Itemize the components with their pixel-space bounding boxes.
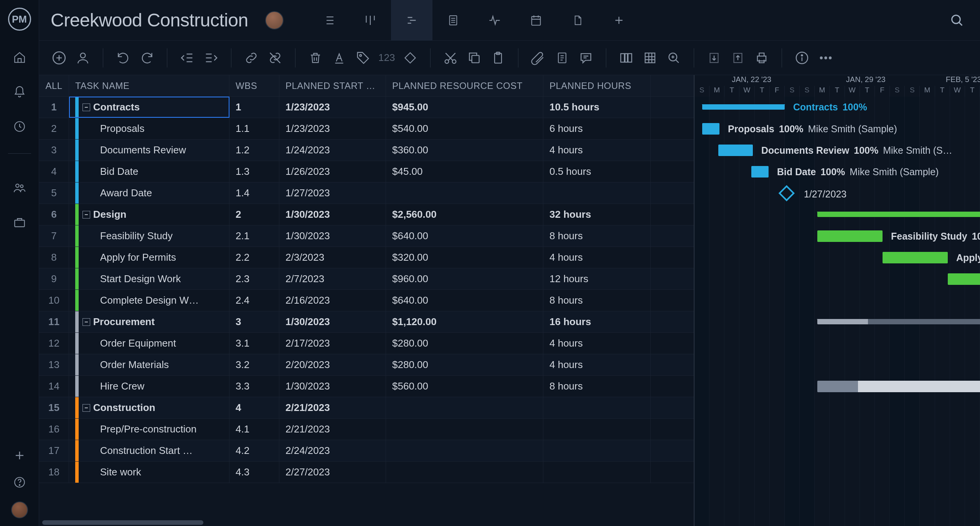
cell-hours[interactable]: 8 hours bbox=[543, 225, 651, 247]
unlink-icon[interactable] bbox=[267, 49, 284, 66]
view-gantt[interactable] bbox=[391, 0, 432, 41]
cell-cost[interactable] bbox=[386, 440, 543, 461]
search-icon[interactable] bbox=[949, 13, 965, 28]
cell-wbs[interactable]: 3 bbox=[229, 311, 279, 332]
project-avatar[interactable] bbox=[265, 11, 284, 30]
gantt-row[interactable]: Documents Review100%Mike Smith (S… bbox=[695, 140, 980, 161]
cell-wbs[interactable]: 1.3 bbox=[229, 161, 279, 182]
collapse-icon[interactable]: − bbox=[82, 104, 90, 111]
cell-start[interactable]: 1/30/2023 bbox=[279, 376, 386, 397]
cell-hours[interactable]: 32 hours bbox=[543, 204, 651, 225]
task-row[interactable]: 10 Complete Design W… 2.4 2/16/2023 $640… bbox=[39, 290, 694, 311]
cell-wbs[interactable]: 1.1 bbox=[229, 118, 279, 139]
cell-wbs[interactable]: 1.4 bbox=[229, 182, 279, 204]
gantt-row[interactable]: Contracts100% bbox=[695, 97, 980, 118]
gantt-row[interactable]: 1/27/2023 bbox=[695, 182, 980, 204]
zoom-icon[interactable] bbox=[665, 49, 682, 66]
gantt-bar[interactable]: Proposals100%Mike Smith (Sample) bbox=[702, 123, 719, 135]
notes-icon[interactable] bbox=[554, 49, 571, 66]
cell-cost[interactable] bbox=[386, 397, 543, 418]
attach-icon[interactable] bbox=[530, 49, 547, 66]
cell-start[interactable]: 1/23/2023 bbox=[279, 97, 386, 118]
cell-start[interactable]: 2/17/2023 bbox=[279, 333, 386, 354]
cell-cost[interactable]: $2,560.00 bbox=[386, 204, 543, 225]
user-avatar[interactable] bbox=[11, 501, 28, 518]
grid-hscroll[interactable] bbox=[41, 519, 694, 526]
cell-start[interactable]: 2/21/2023 bbox=[279, 397, 386, 418]
cell-cost[interactable]: $280.00 bbox=[386, 354, 543, 375]
cell-hours[interactable] bbox=[543, 440, 651, 461]
task-row[interactable]: 16 Prep/Pre-construction 4.1 2/21/2023 bbox=[39, 419, 694, 440]
view-list[interactable] bbox=[308, 0, 350, 41]
cell-start[interactable]: 2/24/2023 bbox=[279, 440, 386, 461]
help-icon[interactable] bbox=[12, 475, 27, 490]
collapse-icon[interactable]: − bbox=[82, 211, 90, 219]
gantt-row[interactable] bbox=[695, 268, 980, 290]
cell-cost[interactable] bbox=[386, 462, 543, 483]
task-row[interactable]: 2 Proposals 1.1 1/23/2023 $540.00 6 hour… bbox=[39, 118, 694, 140]
cell-hours[interactable]: 8 hours bbox=[543, 290, 651, 311]
cell-wbs[interactable]: 1.2 bbox=[229, 140, 279, 161]
gantt-row[interactable]: Apply f bbox=[695, 247, 980, 268]
col-header-all[interactable]: ALL bbox=[39, 75, 69, 96]
milestone-diamond[interactable] bbox=[779, 185, 795, 201]
view-calendar[interactable] bbox=[515, 0, 557, 41]
people-icon[interactable] bbox=[12, 180, 27, 196]
cell-start[interactable]: 2/27/2023 bbox=[279, 462, 386, 483]
view-sheet[interactable] bbox=[432, 0, 474, 41]
cell-wbs[interactable]: 2.2 bbox=[229, 247, 279, 268]
trash-icon[interactable] bbox=[307, 49, 324, 66]
cell-wbs[interactable]: 3.1 bbox=[229, 333, 279, 354]
view-add[interactable] bbox=[598, 0, 640, 41]
gantt-row[interactable]: Hire bbox=[695, 376, 980, 397]
cell-start[interactable]: 1/27/2023 bbox=[279, 182, 386, 204]
task-row[interactable]: 1 −Contracts 1 1/23/2023 $945.00 10.5 ho… bbox=[39, 97, 694, 118]
task-row[interactable]: 9 Start Design Work 2.3 2/7/2023 $960.00… bbox=[39, 268, 694, 290]
cell-start[interactable]: 2/7/2023 bbox=[279, 268, 386, 289]
cell-hours[interactable]: 6 hours bbox=[543, 118, 651, 139]
cell-cost[interactable]: $280.00 bbox=[386, 333, 543, 354]
collapse-icon[interactable]: − bbox=[82, 318, 90, 326]
cell-cost[interactable]: $320.00 bbox=[386, 247, 543, 268]
task-row[interactable]: 12 Order Equipment 3.1 2/17/2023 $280.00… bbox=[39, 333, 694, 354]
gantt-bar[interactable]: Apply f bbox=[883, 252, 948, 263]
cell-start[interactable]: 1/26/2023 bbox=[279, 161, 386, 182]
cell-wbs[interactable]: 1 bbox=[229, 97, 279, 118]
cell-hours[interactable]: 4 hours bbox=[543, 333, 651, 354]
cell-start[interactable]: 2/20/2023 bbox=[279, 354, 386, 375]
cell-hours[interactable]: 4 hours bbox=[543, 247, 651, 268]
gantt-row[interactable]: Feasibility Study10 bbox=[695, 225, 980, 247]
gantt-bar[interactable] bbox=[817, 319, 980, 324]
gantt-row[interactable]: Bid Date100%Mike Smith (Sample) bbox=[695, 161, 980, 182]
gantt-row[interactable] bbox=[695, 397, 980, 419]
gantt-bar[interactable] bbox=[817, 212, 980, 217]
gantt-row[interactable] bbox=[695, 419, 980, 440]
cell-cost[interactable]: $360.00 bbox=[386, 140, 543, 161]
undo-icon[interactable] bbox=[115, 49, 132, 66]
cell-wbs[interactable]: 2.1 bbox=[229, 225, 279, 247]
info-icon[interactable] bbox=[794, 49, 810, 66]
cell-start[interactable]: 2/3/2023 bbox=[279, 247, 386, 268]
cell-cost[interactable]: $45.00 bbox=[386, 161, 543, 182]
more-icon[interactable] bbox=[817, 49, 834, 66]
cell-hours[interactable] bbox=[543, 182, 651, 204]
col-header-wbs[interactable]: WBS bbox=[229, 75, 279, 96]
cell-wbs[interactable]: 2.3 bbox=[229, 268, 279, 289]
print-icon[interactable] bbox=[753, 49, 770, 66]
gantt-bar[interactable]: Contracts100% bbox=[702, 104, 785, 110]
gantt-row[interactable] bbox=[695, 290, 980, 311]
cell-cost[interactable]: $540.00 bbox=[386, 118, 543, 139]
cell-cost[interactable]: $640.00 bbox=[386, 290, 543, 311]
col-header-task[interactable]: TASK NAME bbox=[69, 75, 229, 96]
task-row[interactable]: 11 −Procurement 3 1/30/2023 $1,120.00 16… bbox=[39, 311, 694, 333]
gantt-row[interactable] bbox=[695, 204, 980, 225]
cell-wbs[interactable]: 4 bbox=[229, 397, 279, 418]
plus-icon[interactable] bbox=[12, 448, 27, 463]
cell-wbs[interactable]: 3.3 bbox=[229, 376, 279, 397]
task-row[interactable]: 13 Order Materials 3.2 2/20/2023 $280.00… bbox=[39, 354, 694, 376]
cell-start[interactable]: 1/30/2023 bbox=[279, 225, 386, 247]
copy-icon[interactable] bbox=[466, 49, 483, 66]
cell-wbs[interactable]: 2 bbox=[229, 204, 279, 225]
cell-wbs[interactable]: 3.2 bbox=[229, 354, 279, 375]
cell-wbs[interactable]: 4.2 bbox=[229, 440, 279, 461]
